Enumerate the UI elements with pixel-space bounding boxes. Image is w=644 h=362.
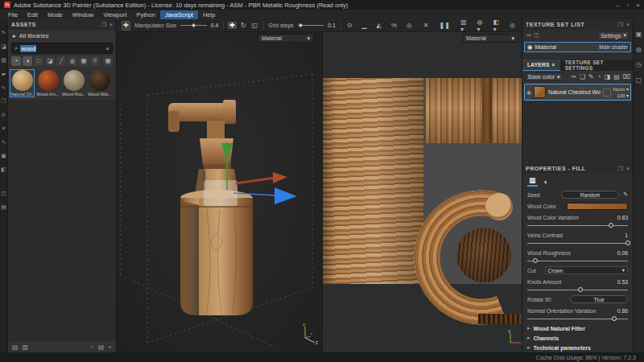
menu-help[interactable]: Help: [198, 10, 220, 19]
add-asset-icon[interactable]: +: [108, 343, 112, 351]
current-tool-button[interactable]: ✚: [122, 21, 130, 31]
viewport-2d[interactable]: Material ▾ V U: [322, 32, 522, 352]
move-icon[interactable]: ✚: [228, 22, 237, 29]
channel-filter-dropdown[interactable]: Base color ▾: [525, 72, 564, 81]
menu-javascript[interactable]: JavaScript: [160, 10, 198, 19]
asset-item[interactable]: Natural Ch...: [10, 70, 34, 97]
add-folder-icon[interactable]: ▤: [613, 73, 620, 80]
percent-icon[interactable]: %: [390, 22, 398, 29]
menu-python[interactable]: Python: [132, 10, 160, 19]
import-resources-icon[interactable]: ▤: [12, 343, 19, 351]
history-icon[interactable]: ◷: [636, 61, 642, 68]
shader-settings-icon[interactable]: ◍: [636, 46, 642, 53]
projection-mode-icon[interactable]: ▥ ▾: [459, 19, 469, 33]
slider-knob[interactable]: [625, 241, 630, 245]
mirror-icon[interactable]: ◭: [375, 22, 383, 29]
param-button[interactable]: Random: [561, 191, 619, 199]
blend-mode-dropdown[interactable]: Norm ▾: [613, 86, 629, 92]
filter-smart-masks[interactable]: □: [34, 56, 43, 66]
grid-view-icon[interactable]: ▦: [103, 56, 113, 66]
projection-tool[interactable]: ▨: [1, 53, 6, 67]
slider-knob[interactable]: [578, 287, 583, 292]
filter-alphas[interactable]: ◍: [68, 56, 77, 66]
color-swatch[interactable]: [567, 203, 628, 210]
param-slider[interactable]: [527, 315, 628, 322]
smudge-tool[interactable]: ∿: [2, 80, 6, 94]
asset-item[interactable]: Wood Wal...: [88, 70, 111, 97]
menu-mode[interactable]: Mode: [43, 10, 68, 19]
shader-mode-dropdown-2d[interactable]: Material ▾: [462, 34, 518, 43]
snap-icon[interactable]: ⊙: [345, 22, 354, 29]
add-smart-material-icon[interactable]: ◔: [597, 73, 601, 80]
menu-edit[interactable]: Edit: [23, 10, 43, 19]
scale-icon[interactable]: ◱: [250, 22, 260, 29]
maximize-button[interactable]: ▫: [626, 2, 629, 9]
geometry-mask-tool[interactable]: ▣: [1, 149, 6, 162]
tab-layers[interactable]: LAYERS ×: [522, 60, 560, 71]
resources-tool[interactable]: ▤: [1, 200, 6, 214]
delete-layer-icon[interactable]: ⌧: [623, 73, 630, 80]
slider-knob[interactable]: [533, 258, 538, 263]
undock-icon[interactable]: ❐: [618, 166, 623, 172]
filter-circle-icon[interactable]: ○: [90, 343, 94, 351]
grid-steps-slider[interactable]: [298, 23, 324, 29]
clear-search-icon[interactable]: ×: [105, 45, 109, 52]
slider-knob[interactable]: [612, 316, 617, 321]
minimize-button[interactable]: –: [616, 2, 619, 9]
rotate-icon[interactable]: ↻: [239, 22, 248, 29]
link-icon[interactable]: ◫: [534, 32, 539, 39]
add-mask-icon[interactable]: ◨: [605, 73, 611, 80]
viewer-settings-icon[interactable]: ▢: [636, 76, 642, 84]
display-mode-icon[interactable]: ◍ ▾: [475, 19, 484, 33]
lazy-mouse-icon[interactable]: ▁: [360, 22, 368, 29]
param-slider[interactable]: [527, 222, 628, 228]
pencil-icon[interactable]: ✎: [623, 191, 628, 198]
filter-textures[interactable]: ▦: [79, 56, 89, 66]
clone-tool[interactable]: ❐: [1, 94, 6, 108]
viewport-3d[interactable]: Material ▾: [117, 32, 322, 352]
settings-dropdown[interactable]: Settings ▾: [597, 31, 630, 40]
param-button[interactable]: True: [570, 295, 628, 303]
layer-row[interactable]: ◉ Natural Chestnut Wood Norm ▾ 100 ▾: [524, 84, 631, 101]
close-button[interactable]: ×: [636, 2, 640, 9]
asset-item[interactable]: Wood Am...: [36, 70, 60, 97]
material-picker-tool[interactable]: ⊙: [2, 108, 6, 121]
paint-tool[interactable]: ✎: [2, 26, 6, 39]
asset-item[interactable]: Wood Rou...: [62, 70, 85, 97]
slider-knob[interactable]: [609, 223, 613, 228]
filter-materials[interactable]: ◔: [11, 56, 21, 66]
param-slider[interactable]: [527, 257, 628, 264]
snapshot-icon[interactable]: ◎: [508, 22, 517, 29]
section-channels[interactable]: ▸Channels: [522, 333, 633, 343]
eraser-tool[interactable]: ◪: [1, 39, 6, 53]
layer-mask-slot[interactable]: [603, 88, 611, 97]
add-fill-layer-icon[interactable]: ❏: [580, 73, 585, 80]
section-technical-parameters[interactable]: ▸Technical parameters: [522, 343, 633, 352]
filter-brushes[interactable]: ╱: [56, 56, 66, 66]
shader-mode-dropdown-3d[interactable]: Material ▾: [258, 34, 314, 43]
close-tab-icon[interactable]: ×: [552, 62, 555, 68]
tab-material-properties[interactable]: ▦: [527, 176, 538, 187]
filter-smart-materials[interactable]: ◑: [23, 56, 32, 66]
export-resources-icon[interactable]: ▥: [23, 343, 29, 351]
close-panel-icon[interactable]: ×: [626, 166, 630, 171]
close-panel-icon[interactable]: ×: [626, 22, 630, 27]
polygon-fill-tool[interactable]: ▰: [2, 67, 6, 80]
undock-icon[interactable]: ❐: [101, 22, 106, 28]
display-settings-icon[interactable]: ▣: [636, 31, 642, 38]
filter-filters[interactable]: ◪: [45, 56, 55, 66]
menu-file[interactable]: File: [3, 10, 23, 19]
symmetry-tool[interactable]: ◫: [1, 187, 6, 200]
list-icon[interactable]: ≔: [526, 32, 531, 39]
visibility-eye-icon[interactable]: ◉: [526, 89, 531, 96]
texture-set-row[interactable]: ◉ Material Main shader: [524, 42, 631, 52]
param-dropdown[interactable]: Crown▾: [545, 266, 628, 274]
symmetry-off-icon[interactable]: ✕: [422, 22, 431, 29]
path-tool[interactable]: ➴: [2, 135, 6, 149]
tab-texture-set-settings[interactable]: TEXTURE SET SETTINGS: [560, 60, 633, 71]
particles-tool[interactable]: ✶: [2, 121, 6, 135]
assets-library-selector[interactable]: ▸ All libraries: [8, 30, 116, 42]
quick-mask-tool[interactable]: ◧: [1, 162, 6, 187]
undock-icon[interactable]: ❐: [618, 22, 623, 28]
filter-environments[interactable]: ⠿: [90, 56, 100, 66]
